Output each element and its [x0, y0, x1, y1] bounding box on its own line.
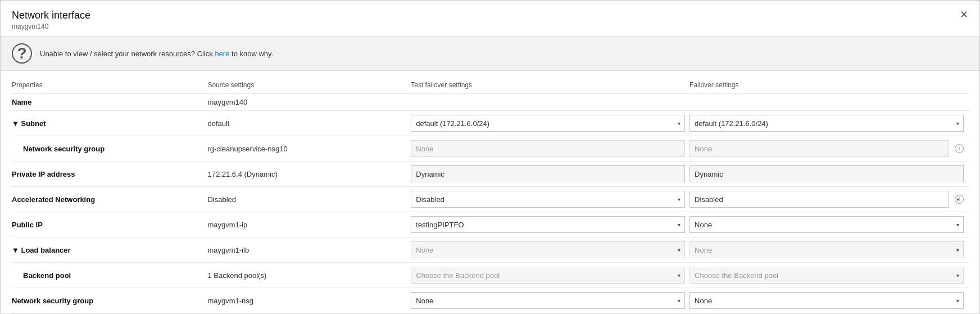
test-cell-nsg2: None▾ [411, 288, 689, 313]
col-header-source: Source settings [207, 77, 411, 94]
test-cell-accel_net: DisabledEnabled▾ [411, 187, 689, 212]
source-cell-backend_pool: 1 Backend pool(s) [207, 263, 411, 288]
source-cell-private_ip: 172.21.6.4 (Dynamic) [207, 162, 411, 187]
prop-cell-name: Name [12, 94, 207, 111]
source-cell-subnet: default [207, 111, 411, 136]
prop-cell-subnet: ▼ Subnet [12, 111, 207, 136]
failover-cell-backend_pool: Choose the Backend pool▾ [689, 263, 968, 288]
prop-cell-accel_net: Accelerated Networking [12, 187, 207, 212]
test-static-nsg: None [411, 140, 685, 157]
prop-cell-nsg2: Network security group [12, 288, 207, 313]
failover-cell-load_balancer: None▾ [689, 237, 968, 263]
failover-cell-private_ip [689, 162, 968, 187]
prop-label-name: Name [12, 98, 31, 106]
prop-label-accel_net: Accelerated Networking [12, 195, 95, 204]
test-input-private_ip[interactable] [411, 165, 685, 182]
prop-label-backend_pool: Backend pool [12, 271, 71, 280]
prop-label-nsg2: Network security group [12, 297, 93, 305]
prop-label-private_ip: Private IP address [12, 170, 75, 178]
test-select-backend_pool[interactable]: Choose the Backend pool [411, 267, 685, 284]
failover-select-public_ip[interactable]: NonetestingPIPTFO [689, 216, 964, 233]
prop-cell-load_balancer: ▼ Load balancer [12, 237, 207, 263]
test-cell-nsg: None [411, 136, 689, 162]
table-row-nsg: Network security grouprg-cleanupservice-… [12, 136, 968, 162]
failover-select-subnet[interactable]: default (172.21.6.0/24)None [689, 115, 964, 132]
table-row-backend_pool: Backend pool1 Backend pool(s)Choose the … [12, 263, 968, 288]
dialog-subtitle: maygvm140 [12, 23, 90, 30]
failover-static-nsg: None [689, 140, 949, 157]
test-select-public_ip[interactable]: testingPIPTFONone [411, 216, 685, 233]
failover-input-private_ip[interactable] [689, 165, 964, 182]
source-cell-name: maygvm140 [207, 94, 411, 111]
test-cell-name [411, 94, 689, 111]
close-button[interactable]: ✕ [960, 10, 968, 20]
failover-select-load_balancer[interactable]: None [689, 241, 964, 258]
failover-cell-accel_net: DisabledEnabled▾i [689, 187, 968, 212]
test-cell-private_ip [411, 162, 689, 187]
source-value-backend_pool: 1 Backend pool(s) [207, 271, 266, 280]
table-row-name: Namemaygvm140 [12, 94, 968, 111]
source-value-public_ip: maygvm1-ip [207, 221, 247, 229]
table-header-row: Properties Source settings Test failover… [12, 77, 968, 94]
table-row-accel_net: Accelerated NetworkingDisabledDisabledEn… [12, 187, 968, 212]
table-body: Namemaygvm140▼ Subnetdefaultdefault (172… [12, 94, 968, 313]
source-cell-nsg2: maygvm1-nsg [207, 288, 411, 313]
failover-info-icon-accel_net: i [955, 195, 964, 204]
test-cell-backend_pool: Choose the Backend pool▾ [411, 263, 689, 288]
test-select-subnet[interactable]: default (172.21.6.0/24)None [411, 115, 685, 132]
table-container: Properties Source settings Test failover… [1, 71, 979, 313]
banner-text-after: to know why. [229, 50, 273, 58]
source-cell-public_ip: maygvm1-ip [207, 212, 411, 237]
prop-cell-nsg: Network security group [12, 136, 207, 162]
banner-link[interactable]: here [215, 50, 229, 58]
table-row-nsg2: Network security groupmaygvm1-nsgNone▾No… [12, 288, 968, 313]
col-header-failover: Failover settings [689, 77, 968, 94]
test-select-accel_net[interactable]: DisabledEnabled [411, 191, 685, 208]
question-mark-icon: ? [12, 43, 32, 64]
source-value-name: maygvm140 [207, 98, 247, 106]
test-cell-subnet: default (172.21.6.0/24)None▾ [411, 111, 689, 136]
prop-label-public_ip: Public IP [12, 221, 43, 229]
failover-select-backend_pool[interactable]: Choose the Backend pool [689, 267, 964, 284]
table-row-subnet: ▼ Subnetdefaultdefault (172.21.6.0/24)No… [12, 111, 968, 136]
failover-cell-nsg2: None▾ [689, 288, 968, 313]
source-value-nsg2: maygvm1-nsg [207, 297, 253, 305]
failover-info-icon-nsg: i [955, 144, 964, 153]
prop-cell-backend_pool: Backend pool [12, 263, 207, 288]
dialog-title: Network interface [12, 10, 90, 21]
source-cell-load_balancer: maygvm1-ilb [207, 237, 411, 263]
source-value-nsg: rg-cleanupservice-nsg10 [207, 145, 287, 153]
dialog-header: Network interface maygvm140 ✕ [1, 1, 979, 37]
failover-select-nsg2[interactable]: None [689, 292, 964, 309]
test-select-load_balancer[interactable]: None [411, 241, 685, 258]
prop-label-load_balancer: ▼ Load balancer [12, 246, 71, 254]
prop-label-subnet: ▼ Subnet [12, 119, 46, 128]
failover-select-accel_net[interactable]: DisabledEnabled [689, 191, 949, 208]
source-value-accel_net: Disabled [207, 195, 236, 204]
source-value-load_balancer: maygvm1-ilb [207, 246, 249, 254]
failover-cell-name [689, 94, 968, 111]
banner-text-before: Unable to view / select your network res… [40, 50, 215, 58]
test-cell-load_balancer: None▾ [411, 237, 689, 263]
source-value-private_ip: 172.21.6.4 (Dynamic) [207, 170, 277, 178]
failover-cell-public_ip: NonetestingPIPTFO▾ [689, 212, 968, 237]
col-header-test-failover: Test failover settings [411, 77, 689, 94]
info-banner: ? Unable to view / select your network r… [1, 37, 979, 71]
table-row-public_ip: Public IPmaygvm1-iptestingPIPTFONone▾Non… [12, 212, 968, 237]
prop-cell-private_ip: Private IP address [12, 162, 207, 187]
prop-label-nsg: Network security group [12, 145, 105, 153]
source-cell-accel_net: Disabled [207, 187, 411, 212]
prop-cell-public_ip: Public IP [12, 212, 207, 237]
col-header-properties: Properties [12, 77, 207, 94]
network-interface-dialog: Network interface maygvm140 ✕ ? Unable t… [0, 0, 980, 314]
failover-cell-nsg: Nonei [689, 136, 968, 162]
table-row-load_balancer: ▼ Load balancermaygvm1-ilbNone▾None▾ [12, 237, 968, 263]
table-row-private_ip: Private IP address172.21.6.4 (Dynamic) [12, 162, 968, 187]
source-value-subnet: default [207, 119, 229, 128]
banner-text: Unable to view / select your network res… [40, 50, 273, 58]
source-cell-nsg: rg-cleanupservice-nsg10 [207, 136, 411, 162]
test-cell-public_ip: testingPIPTFONone▾ [411, 212, 689, 237]
test-select-nsg2[interactable]: None [411, 292, 685, 309]
settings-table: Properties Source settings Test failover… [12, 77, 968, 313]
dialog-title-block: Network interface maygvm140 [12, 10, 90, 30]
